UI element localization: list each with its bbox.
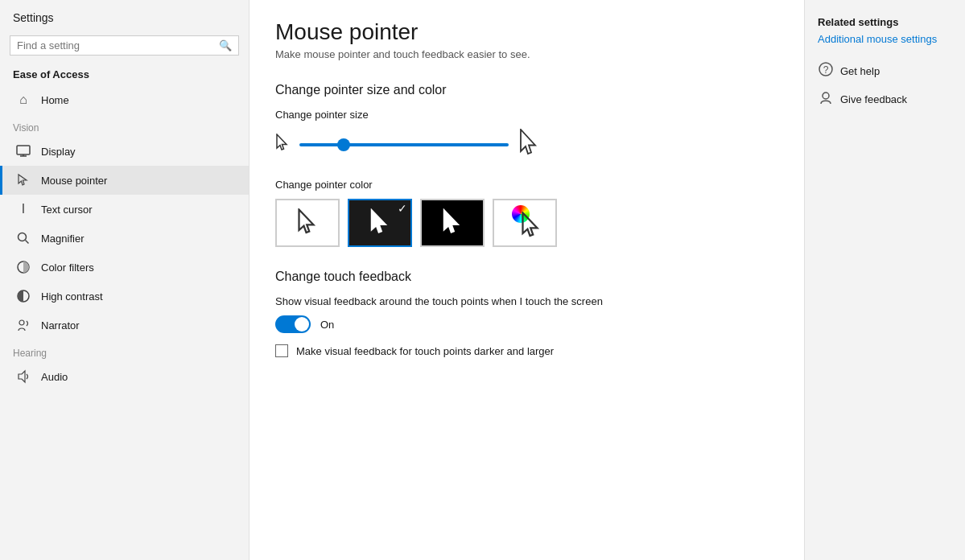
sidebar-item-high-contrast[interactable]: High contrast xyxy=(0,282,249,311)
home-icon: ⌂ xyxy=(15,92,31,108)
sidebar-item-display[interactable]: Display xyxy=(0,137,249,166)
sidebar-item-display-label: Display xyxy=(41,146,76,158)
vision-section-label: Vision xyxy=(0,114,249,137)
pointer-section-heading: Change pointer size and color xyxy=(275,83,778,97)
touch-toggle-label: On xyxy=(320,319,334,331)
sidebar-item-mouse-pointer-label: Mouse pointer xyxy=(41,175,107,187)
selected-checkmark: ✓ xyxy=(398,202,407,215)
sidebar-item-audio[interactable]: Audio xyxy=(0,362,249,391)
give-feedback-row[interactable]: Give feedback xyxy=(818,89,952,109)
get-help-icon: ? xyxy=(818,61,834,81)
main-content: Mouse pointer Make mouse pointer and tou… xyxy=(249,0,804,560)
svg-point-3 xyxy=(19,233,27,241)
sidebar-item-color-filters-label: Color filters xyxy=(41,261,94,274)
sidebar-item-home[interactable]: ⌂ Home xyxy=(0,85,249,114)
pointer-size-row xyxy=(275,129,778,161)
sidebar-item-high-contrast-label: High contrast xyxy=(41,290,103,303)
color-option-inverted[interactable] xyxy=(420,199,485,247)
ease-of-access-label: Ease of Access xyxy=(0,64,249,85)
page-subtitle: Make mouse pointer and touch feedback ea… xyxy=(275,48,778,60)
svg-marker-8 xyxy=(19,371,25,382)
sidebar-item-text-cursor-label: Text cursor xyxy=(41,204,93,216)
sidebar-title: Settings xyxy=(0,0,249,32)
magnifier-icon xyxy=(15,230,31,246)
hearing-section-label: Hearing xyxy=(0,340,249,362)
svg-line-4 xyxy=(26,241,29,244)
search-box[interactable]: 🔍 xyxy=(10,35,239,56)
cursor-large-icon xyxy=(518,129,541,161)
sidebar-item-mouse-pointer[interactable]: Mouse pointer xyxy=(0,166,249,195)
svg-point-7 xyxy=(19,320,24,325)
high-contrast-icon xyxy=(15,288,31,304)
pointer-size-slider[interactable] xyxy=(299,143,509,146)
svg-point-11 xyxy=(823,93,829,99)
sidebar-item-color-filters[interactable]: Color filters xyxy=(0,253,249,282)
touch-section: Change touch feedback Show visual feedba… xyxy=(275,270,778,357)
svg-text:?: ? xyxy=(823,64,829,76)
color-option-custom[interactable] xyxy=(493,199,557,247)
color-option-black[interactable]: ✓ xyxy=(348,199,412,247)
touch-checkbox-row: Make visual feedback for touch points da… xyxy=(275,344,778,357)
touch-toggle-row: On xyxy=(275,315,778,333)
sidebar-item-narrator[interactable]: Narrator xyxy=(0,311,249,340)
sidebar-item-text-cursor[interactable]: I Text cursor xyxy=(0,195,249,224)
touch-toggle[interactable] xyxy=(275,315,311,333)
page-title: Mouse pointer xyxy=(275,19,778,45)
color-options: ✓ xyxy=(275,199,778,247)
get-help-label: Get help xyxy=(840,65,880,77)
touch-feedback-label: Show visual feedback around the touch po… xyxy=(275,295,778,307)
sidebar-item-narrator-label: Narrator xyxy=(41,319,80,331)
get-help-row[interactable]: ? Get help xyxy=(818,61,952,81)
right-panel: Related settings Additional mouse settin… xyxy=(804,0,965,560)
pointer-section: Change pointer size and color Change poi… xyxy=(275,83,778,247)
cursor-small-icon xyxy=(275,134,290,156)
additional-mouse-settings-link[interactable]: Additional mouse settings xyxy=(818,33,952,45)
search-input[interactable] xyxy=(17,39,219,51)
mouse-pointer-icon xyxy=(15,172,31,188)
sidebar-item-audio-label: Audio xyxy=(41,371,68,383)
give-feedback-label: Give feedback xyxy=(840,93,907,105)
sidebar-item-home-label: Home xyxy=(41,94,69,106)
touch-checkbox[interactable] xyxy=(275,344,288,357)
pointer-color-label: Change pointer color xyxy=(275,179,778,191)
toggle-thumb xyxy=(295,317,309,331)
sidebar: Settings 🔍 Ease of Access ⌂ Home Vision … xyxy=(0,0,249,560)
search-icon: 🔍 xyxy=(219,39,232,51)
color-option-white[interactable] xyxy=(275,199,340,247)
narrator-icon xyxy=(15,317,31,333)
color-filters-icon xyxy=(15,259,31,275)
display-icon xyxy=(15,143,31,159)
audio-icon xyxy=(15,369,31,385)
pointer-size-label: Change pointer size xyxy=(275,109,778,121)
svg-rect-0 xyxy=(17,146,30,154)
related-settings-heading: Related settings xyxy=(818,16,952,28)
text-cursor-icon: I xyxy=(15,201,31,217)
give-feedback-icon xyxy=(818,89,834,109)
touch-section-heading: Change touch feedback xyxy=(275,270,778,284)
sidebar-item-magnifier[interactable]: Magnifier xyxy=(0,224,249,253)
sidebar-item-magnifier-label: Magnifier xyxy=(41,233,84,245)
touch-checkbox-label: Make visual feedback for touch points da… xyxy=(296,345,554,357)
